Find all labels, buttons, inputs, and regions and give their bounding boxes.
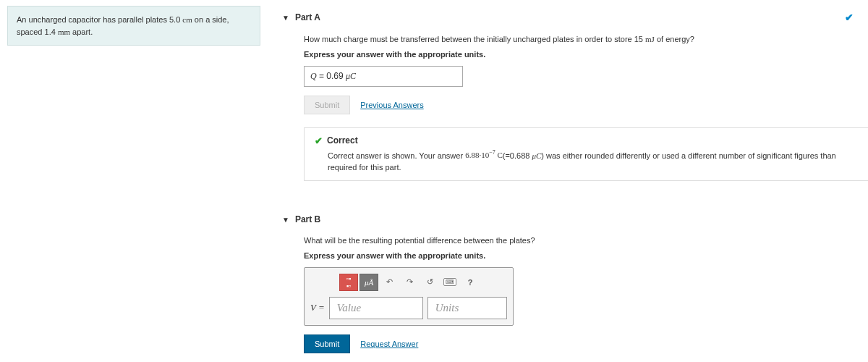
reset-button[interactable]: ↺ [420,274,439,291]
part-a-buttons: Submit Previous Answers [304,96,868,114]
caret-down-icon: ▼ [282,216,289,224]
answer-panel: ▼ Part A ✔ How much charge must be trans… [268,0,868,362]
answer-input-widget: ▫▪▪▫ μÅ ↶ ↷ ↺ ⌨ ? V = Value Units [304,267,514,326]
answer-var-label: Q [310,71,317,81]
feedback-text: Correct answer is shown. Your answer 6.8… [315,149,858,174]
submit-button-disabled: Submit [304,96,350,114]
part-b-instruction: Express your answer with the appropriate… [304,251,868,260]
input-row: V = Value Units [310,297,507,319]
submit-button[interactable]: Submit [304,334,350,353]
value-input[interactable]: Value [329,297,423,319]
units-input[interactable]: Units [427,297,507,319]
feedback-title: Correct [327,135,358,146]
part-a-answer-display: Q = 0.69 μC [304,66,463,87]
part-b-question: What will be the resulting potential dif… [304,235,868,247]
keyboard-button[interactable]: ⌨ [441,274,459,291]
units-button[interactable]: μÅ [359,274,378,291]
feedback-header: ✔ Correct [315,135,858,146]
part-b-buttons: Submit Request Answer [304,334,868,353]
part-b-title: Part B [295,214,320,224]
part-b-header[interactable]: ▼ Part B [282,209,868,230]
answer-unit: μC [346,71,356,81]
part-a-header[interactable]: ▼ Part A ✔ [282,6,868,29]
part-b-body: What will be the resulting potential dif… [282,230,868,362]
problem-statement: An uncharged capacitor has parallel plat… [7,6,260,46]
answer-value: 0.69 [326,71,343,81]
part-a-body: How much charge must be transferred betw… [282,29,868,203]
templates-button[interactable]: ▫▪▪▫ [339,274,358,291]
check-icon: ✔ [315,135,323,146]
previous-answers-link[interactable]: Previous Answers [360,101,423,109]
feedback-box: ✔ Correct Correct answer is shown. Your … [304,127,868,182]
part-a-instruction: Express your answer with the appropriate… [304,50,868,59]
redo-button[interactable]: ↷ [400,274,419,291]
part-a-question: How much charge must be transferred betw… [304,33,868,46]
check-icon: ✔ [845,12,854,23]
input-toolbar: ▫▪▪▫ μÅ ↶ ↷ ↺ ⌨ ? [310,274,507,291]
problem-panel: An uncharged capacitor has parallel plat… [0,0,268,362]
request-answer-link[interactable]: Request Answer [360,340,418,348]
part-a-title: Part A [295,12,320,22]
help-button[interactable]: ? [461,274,480,291]
var-label: V = [310,302,325,313]
caret-down-icon: ▼ [282,14,289,22]
undo-button[interactable]: ↶ [380,274,399,291]
